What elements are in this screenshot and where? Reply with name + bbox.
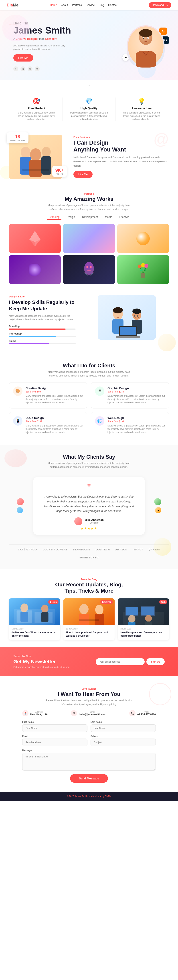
blog-title: Our Recent Updates, Blog,Tips, Tricks & … xyxy=(9,582,169,594)
phone-value: +1 234 567 8900 xyxy=(137,713,156,716)
portfolio-title: My Amazing Works xyxy=(9,196,169,202)
svg-point-12 xyxy=(42,147,51,157)
author-avatar xyxy=(74,517,82,525)
newsletter-form: Sign Up xyxy=(96,658,165,665)
portfolio-item-holo[interactable] xyxy=(63,224,115,253)
high-quality-icon: 💎 xyxy=(69,97,109,105)
blog-section: From the Blog Our Recent Updates, Blog,T… xyxy=(0,569,178,647)
blog-tag: From the Blog xyxy=(9,578,169,581)
service-uiux-content: UI/UX Design Starts from $299 Many varia… xyxy=(26,416,83,434)
portfolio-item-purple[interactable] xyxy=(9,255,61,284)
projects-number: 9K+ xyxy=(55,168,64,173)
feature-sep-1 xyxy=(63,97,63,121)
newsletter-signup-button[interactable]: Sign Up xyxy=(146,658,165,665)
about-content: I'm a Designer I Can Design Anything You… xyxy=(74,136,169,178)
blog-post-1[interactable]: Design xyxy=(9,598,60,640)
address-icon: 📍 xyxy=(22,710,29,716)
contact-desc: Please fill out the form below and I wil… xyxy=(45,698,133,706)
projects-label: Projects xyxy=(55,173,64,175)
hire-me-button[interactable]: Hire Me xyxy=(13,54,34,62)
svg-point-27 xyxy=(138,264,141,268)
feature-pixel-desc: Many variations of passages of Lorem Ips… xyxy=(16,111,56,121)
newsletter-email-input[interactable] xyxy=(96,658,144,665)
svg-marker-15 xyxy=(29,231,40,242)
hero-subtitle: A Creative Designer from New York xyxy=(13,37,75,40)
first-name-input[interactable] xyxy=(22,724,87,732)
youtube-icon[interactable]: yt xyxy=(35,67,40,71)
service-uiux-design: 📱 UI/UX Design Starts from $299 Many var… xyxy=(9,412,87,438)
service-web-title: Web Design xyxy=(107,416,165,420)
submit-button[interactable]: Send Message xyxy=(70,774,108,783)
twitter-icon[interactable]: tw xyxy=(27,67,32,71)
filter-development[interactable]: Development xyxy=(80,215,100,220)
holo-thumbnail xyxy=(63,224,115,253)
contact-email-input[interactable] xyxy=(22,738,87,746)
linkedin-icon[interactable]: in xyxy=(21,67,26,71)
testimonial-text: I rarely like to write reviews. But the … xyxy=(42,495,136,514)
blog-title-2: How to be appreciated for your hard work… xyxy=(66,631,112,638)
portfolio-item-eth[interactable] xyxy=(9,224,61,253)
address-value: New York, USA xyxy=(30,713,48,716)
service-web-content: Web Design Starts from $199 Many variati… xyxy=(107,416,165,434)
message-textarea[interactable] xyxy=(22,753,156,770)
email-label: Email xyxy=(79,711,106,713)
newsletter-content: Subscribe Now Get My Newsletter Get a we… xyxy=(13,655,70,668)
svg-rect-22 xyxy=(141,273,145,278)
facebook-icon[interactable]: f xyxy=(13,67,18,71)
service-uiux-rate: Starts from $299 xyxy=(26,420,83,423)
portfolio-filters: Branding Design Development Media Lifest… xyxy=(9,215,169,220)
subject-input[interactable] xyxy=(91,738,156,746)
last-name-input[interactable] xyxy=(91,724,156,732)
blog-badge-1: Design xyxy=(48,600,59,604)
service-graphic-rate: Starts from $149 xyxy=(107,390,165,393)
svg-point-20 xyxy=(86,266,88,268)
skill-branding-track xyxy=(9,329,75,329)
service-creative-desc: Many variations of passages of Lorem Ips… xyxy=(26,394,83,404)
blog-post-3[interactable]: Tech xyxy=(118,598,169,640)
quote-mark: " xyxy=(42,484,136,492)
feature-pixel-perfect: 🎯 Pixel Perfect Many variations of passa… xyxy=(16,97,56,121)
flowers-thumbnail xyxy=(117,255,169,284)
nav-portfolio[interactable]: Portfolio xyxy=(72,3,82,7)
svg-point-53 xyxy=(79,604,88,614)
nav-home[interactable]: Home xyxy=(50,3,57,7)
nav-about[interactable]: About xyxy=(61,3,68,7)
last-name-group: Last Name xyxy=(91,721,156,732)
download-cv-button[interactable]: Download CV xyxy=(149,2,171,8)
hero-greeting: Hello, I'm xyxy=(13,21,75,25)
uiux-icon: 📱 xyxy=(13,416,22,426)
client-starbucks: STARBUCKS xyxy=(73,548,90,551)
svg-rect-42 xyxy=(120,327,136,335)
blog-body-2: 15 Jun, 2023 How to be appreciated for y… xyxy=(63,625,115,640)
portfolio-desc: Many variations of passages of Lorem Ips… xyxy=(45,204,133,211)
portfolio-item-head[interactable] xyxy=(63,255,115,284)
portfolio-item-flowers[interactable] xyxy=(117,255,169,284)
about-hire-button[interactable]: Hire Me xyxy=(74,171,93,178)
filter-branding[interactable]: Branding xyxy=(47,215,61,220)
service-graphic-content: Graphic Design Starts from $149 Many var… xyxy=(107,387,165,404)
skills-image-area xyxy=(85,295,169,340)
svg-rect-14 xyxy=(22,169,49,171)
svg-point-8 xyxy=(21,147,30,158)
portfolio-item-sphere[interactable] xyxy=(117,224,169,253)
filter-design[interactable]: Design xyxy=(65,215,77,220)
filter-media[interactable]: Media xyxy=(103,215,114,220)
portfolio-grid xyxy=(9,224,169,284)
svg-point-21 xyxy=(90,266,92,268)
contact-address: 📍 Address New York, USA xyxy=(22,710,48,716)
portfolio-tag: Portfolio xyxy=(9,192,169,195)
blog-post-2[interactable]: Life Style xyxy=(63,598,115,640)
nav-blog[interactable]: Blog xyxy=(99,3,104,7)
message-label: Message xyxy=(22,749,156,752)
blog-thumb-2: Life Style xyxy=(63,598,115,625)
feature-sep-2 xyxy=(115,97,115,121)
skill-photoshop-label: Photoshop xyxy=(9,332,22,335)
left-avatars xyxy=(17,498,24,513)
author-info: Mike Anderson Designer xyxy=(85,519,104,524)
nav-service[interactable]: Service xyxy=(86,3,95,7)
filter-lifestyle[interactable]: Lifestyle xyxy=(117,215,131,220)
author-name: Mike Anderson xyxy=(85,519,104,522)
scroll-indicator[interactable]: ⌄ xyxy=(0,80,178,88)
about-title: I Can Design Anything You Want xyxy=(74,139,169,153)
nav-contact[interactable]: Contact xyxy=(108,3,117,7)
